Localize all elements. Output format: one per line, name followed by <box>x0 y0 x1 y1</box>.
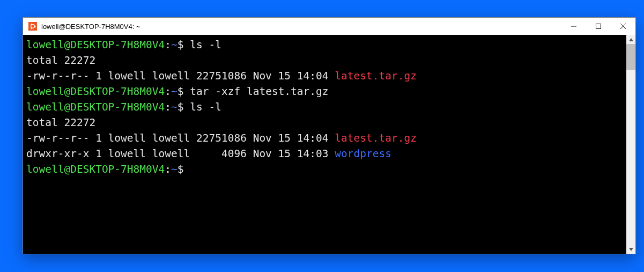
titlebar[interactable]: lowell@DESKTOP-7H8M0V4: ~ <box>23 18 635 35</box>
prompt-user-host: lowell@DESKTOP-7H8M0V4 <box>26 39 165 51</box>
terminal-line: lowell@DESKTOP-7H8M0V4:~$ ls -l <box>26 37 623 53</box>
terminal-line: drwxr-xr-x 1 lowell lowell 4096 Nov 15 1… <box>26 146 623 161</box>
svg-marker-10 <box>629 248 633 251</box>
window-title: lowell@DESKTOP-7H8M0V4: ~ <box>41 23 561 31</box>
ls-meta: -rw-r--r-- 1 lowell lowell 22751086 Nov … <box>26 132 335 144</box>
prompt-path: ~ <box>171 85 177 98</box>
maximize-button[interactable] <box>586 18 611 35</box>
prompt-colon: : <box>165 163 171 175</box>
minimize-button[interactable] <box>561 18 586 35</box>
command-text: ls -l <box>190 101 221 113</box>
prompt-path: ~ <box>171 101 177 113</box>
terminal-line: total 22272 <box>26 115 623 130</box>
terminal-line: -rw-r--r-- 1 lowell lowell 22751086 Nov … <box>26 68 623 84</box>
svg-rect-6 <box>596 24 601 29</box>
svg-point-4 <box>31 27 32 29</box>
svg-point-2 <box>34 26 36 27</box>
prompt-user-host: lowell@DESKTOP-7H8M0V4 <box>26 163 165 175</box>
terminal-output[interactable]: lowell@DESKTOP-7H8M0V4:~$ ls -ltotal 222… <box>23 35 626 254</box>
terminal-body: lowell@DESKTOP-7H8M0V4:~$ ls -ltotal 222… <box>23 35 635 254</box>
command-text: tar -xzf latest.tar.gz <box>190 85 328 98</box>
ls-meta: drwxr-xr-x 1 lowell lowell 4096 Nov 15 1… <box>26 148 335 160</box>
scrollbar[interactable] <box>626 35 635 254</box>
scroll-up-button[interactable] <box>626 35 635 44</box>
prompt-user-host: lowell@DESKTOP-7H8M0V4 <box>26 85 165 98</box>
close-button[interactable] <box>611 18 635 35</box>
ubuntu-icon <box>28 22 37 31</box>
terminal-line: lowell@DESKTOP-7H8M0V4:~$ tar -xzf lates… <box>26 84 623 99</box>
terminal-window: lowell@DESKTOP-7H8M0V4: ~ lowell@DESKTOP… <box>23 17 636 254</box>
prompt-colon: : <box>165 101 171 113</box>
terminal-line: lowell@DESKTOP-7H8M0V4:~$ <box>26 161 623 177</box>
prompt-path: ~ <box>171 163 177 175</box>
terminal-line: lowell@DESKTOP-7H8M0V4:~$ ls -l <box>26 99 623 115</box>
window-controls <box>561 18 635 35</box>
ls-meta: -rw-r--r-- 1 lowell lowell 22751086 Nov … <box>26 70 335 82</box>
scroll-down-button[interactable] <box>626 245 635 254</box>
prompt-symbol: $ <box>177 39 190 51</box>
ls-filename: latest.tar.gz <box>335 70 417 82</box>
prompt-symbol: $ <box>177 101 190 113</box>
prompt-symbol: $ <box>177 163 190 175</box>
command-text: ls -l <box>190 39 221 51</box>
svg-point-3 <box>31 24 32 25</box>
svg-marker-9 <box>629 38 633 41</box>
ls-filename: latest.tar.gz <box>335 132 417 144</box>
ls-filename: wordpress <box>335 148 391 160</box>
terminal-line: -rw-r--r-- 1 lowell lowell 22751086 Nov … <box>26 130 623 146</box>
prompt-user-host: lowell@DESKTOP-7H8M0V4 <box>26 101 165 113</box>
terminal-line: total 22272 <box>26 53 623 68</box>
prompt-symbol: $ <box>177 85 190 98</box>
prompt-colon: : <box>165 85 171 98</box>
scroll-thumb[interactable] <box>626 44 635 70</box>
scroll-track[interactable] <box>626 44 635 245</box>
prompt-path: ~ <box>171 39 177 51</box>
prompt-colon: : <box>165 39 171 51</box>
